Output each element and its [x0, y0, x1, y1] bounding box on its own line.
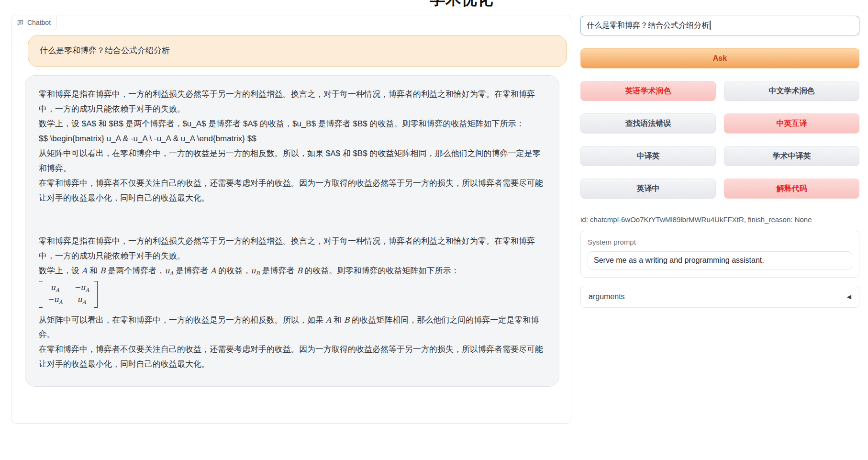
question-input-value: 什么是零和博弈？结合公式介绍分析: [587, 21, 709, 29]
chatbot-label-text: Chatbot: [27, 19, 51, 26]
system-prompt-input[interactable]: Serve me as a writing and programming as…: [588, 251, 852, 269]
status-line: id: chatcmpl-6wOo7KrYTwMl89lbrMWRu4UkFFX…: [580, 215, 859, 224]
system-prompt-value: Serve me as a writing and programming as…: [594, 256, 764, 264]
function-button[interactable]: 学术中译英: [724, 146, 859, 166]
accordion-label: arguments: [589, 292, 625, 301]
page-title: 学术优化: [430, 0, 493, 10]
function-button[interactable]: 中译英: [580, 146, 716, 166]
control-column: 什么是零和博弈？结合公式介绍分析 Ask 英语学术润色中文学术润色查找语法错误中…: [580, 16, 859, 308]
payoff-matrix: uA−uA−uAuA: [39, 281, 98, 308]
bot-message-rendered-block: 零和博弈是指在博弈中，一方的利益损失必然等于另一方的利益增益。换言之，对于每一种…: [39, 234, 545, 372]
function-button[interactable]: 英译中: [580, 179, 716, 199]
user-message-bubble: 什么是零和博弈？结合公式介绍分析: [28, 35, 567, 67]
function-button[interactable]: 中文学术润色: [724, 81, 859, 101]
function-button[interactable]: 英语学术润色: [580, 81, 716, 101]
chatbot-panel: 什么是零和博弈？结合公式介绍分析 零和博弈是指在博弈中，一方的利益损失必然等于另…: [11, 15, 571, 424]
text-caret: [710, 21, 711, 30]
question-input[interactable]: 什么是零和博弈？结合公式介绍分析: [580, 16, 859, 35]
bot-message-bubble: 零和博弈是指在博弈中，一方的利益损失必然等于另一方的利益增益。换言之，对于每一种…: [25, 75, 559, 387]
user-message-text: 什么是零和博弈？结合公式介绍分析: [40, 44, 555, 58]
chat-messages: 什么是零和博弈？结合公式介绍分析 零和博弈是指在博弈中，一方的利益损失必然等于另…: [12, 15, 571, 423]
ask-button[interactable]: Ask: [580, 48, 859, 68]
function-button[interactable]: 解释代码: [724, 179, 859, 199]
chat-bubble-icon: [17, 19, 24, 26]
function-button-grid: 英语学术润色中文学术润色查找语法错误中英互译中译英学术中译英英译中解释代码: [580, 81, 859, 199]
function-button[interactable]: 中英互译: [724, 113, 859, 134]
chatbot-label: Chatbot: [12, 15, 57, 30]
system-prompt-label: System prompt: [588, 238, 852, 246]
arguments-accordion[interactable]: arguments ◀: [580, 286, 859, 308]
function-button[interactable]: 查找语法错误: [580, 113, 716, 134]
bot-message-raw-block: 零和博弈是指在博弈中，一方的利益损失必然等于另一方的利益增益。换言之，对于每一种…: [39, 87, 545, 206]
system-prompt-panel: System prompt Serve me as a writing and …: [580, 231, 859, 278]
accordion-collapse-icon: ◀: [847, 293, 851, 300]
